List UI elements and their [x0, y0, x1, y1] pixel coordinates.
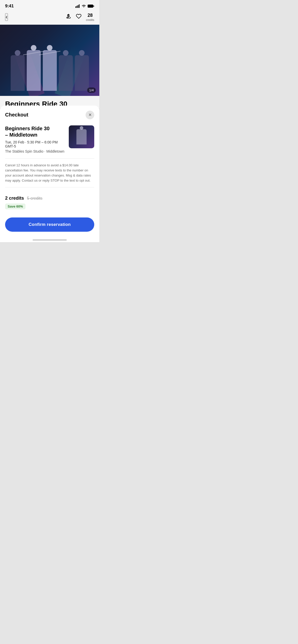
divider-1 — [5, 158, 94, 159]
confirm-section: Confirm reservation — [5, 211, 94, 237]
svg-rect-5 — [93, 6, 94, 7]
wifi-icon — [82, 4, 86, 8]
class-location: The Stables Spin Studio · Middletown — [5, 149, 65, 153]
save-badge: Save 60% — [5, 203, 25, 209]
hero-silhouettes — [0, 25, 99, 96]
status-bar: 9:41 — [0, 0, 99, 11]
rider-1 — [11, 55, 25, 91]
thumbnail-figure — [76, 129, 87, 144]
credits-number: 28 — [86, 13, 94, 18]
hero-image: 1/4 — [0, 25, 99, 96]
class-info-row: Beginners Ride 30 – Middletown Tue, 20 F… — [5, 125, 94, 153]
divider-2 — [5, 187, 94, 187]
credits-old-price: 5 credits — [27, 196, 42, 201]
class-details: Beginners Ride 30 – Middletown Tue, 20 F… — [5, 125, 65, 153]
sheet-header: Checkout ✕ — [5, 111, 94, 119]
nav-bar: ‹ 28 credits — [0, 11, 99, 25]
credits-new-price: 2 credits — [5, 196, 24, 201]
status-icons — [75, 4, 94, 8]
thumbnail-bg — [69, 125, 94, 148]
checkout-title: Checkout — [5, 112, 28, 118]
svg-rect-0 — [75, 6, 76, 8]
class-name: Beginners Ride 30 – Middletown — [5, 125, 65, 138]
class-time: Tue, 20 Feb · 5:30 PM – 6:00 PM GMT-5 — [5, 140, 65, 148]
credits-badge: 28 credits — [86, 13, 94, 22]
image-counter: 1/4 — [87, 87, 96, 93]
svg-rect-2 — [78, 5, 78, 8]
heart-icon[interactable] — [76, 13, 82, 21]
rider-5 — [75, 55, 89, 91]
cancel-policy-text: Cancel 12 hours in advance to avoid a $1… — [5, 163, 94, 183]
home-indicator — [0, 237, 99, 242]
class-thumbnail — [69, 125, 94, 148]
credits-label: credits — [86, 18, 94, 22]
battery-icon — [88, 4, 94, 8]
close-button[interactable]: ✕ — [86, 111, 94, 119]
rider-2-featured — [27, 50, 41, 91]
rider-4 — [59, 55, 73, 91]
back-button[interactable]: ‹ — [5, 13, 8, 21]
credits-section: 2 credits 5 credits Save 60% — [5, 192, 94, 211]
checkout-sheet: Checkout ✕ Beginners Ride 30 – Middletow… — [0, 106, 99, 237]
home-bar — [33, 239, 67, 241]
share-icon[interactable] — [66, 13, 71, 21]
credits-row: 2 credits 5 credits — [5, 196, 94, 201]
signal-icon — [75, 4, 80, 8]
status-time: 9:41 — [5, 4, 14, 9]
hero-background — [0, 25, 99, 96]
rider-3-featured — [43, 50, 57, 91]
nav-right-actions: 28 credits — [66, 13, 94, 22]
svg-rect-4 — [88, 5, 93, 8]
svg-rect-3 — [79, 4, 80, 8]
svg-rect-1 — [77, 6, 77, 8]
confirm-reservation-button[interactable]: Confirm reservation — [5, 217, 94, 232]
